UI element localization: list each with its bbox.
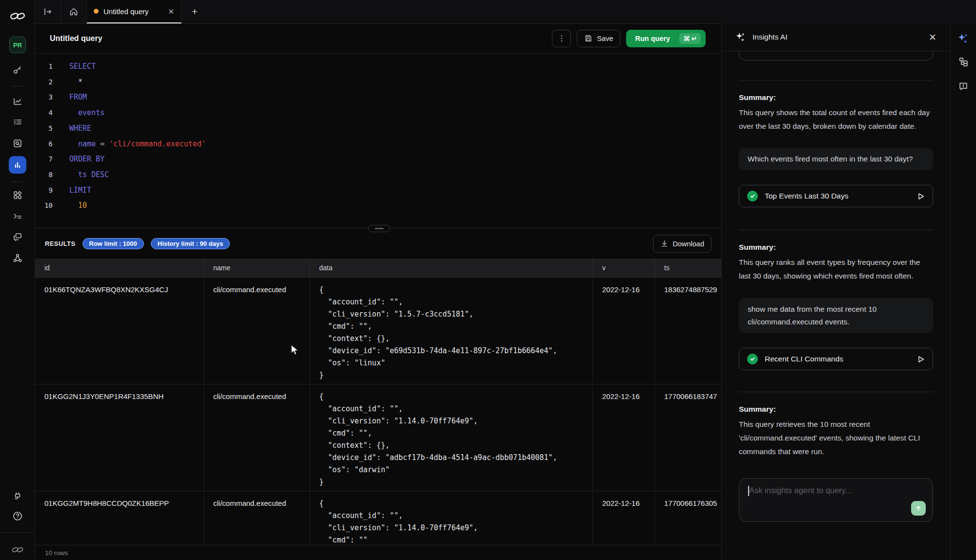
- more-options-button[interactable]: ⋮: [552, 30, 571, 47]
- line-number: 7: [35, 152, 53, 167]
- query-header: Untitled query ⋮ Save Run query ⌘ ↵: [35, 23, 721, 54]
- code-text: ORDER BY: [69, 152, 104, 167]
- left-sidebar: PR: [0, 0, 35, 560]
- column-header-id[interactable]: id: [35, 259, 204, 277]
- line-number: 10: [35, 198, 53, 214]
- code-token: [69, 108, 78, 117]
- insights-panel: Insights AI ✕ Summary: This query shows …: [721, 23, 950, 560]
- scrolled-card-partial: [739, 51, 933, 60]
- key-icon[interactable]: [13, 65, 22, 75]
- code-text: FROM: [69, 90, 87, 105]
- bar-chart-nav-active[interactable]: [9, 156, 26, 174]
- action-card-top-events[interactable]: Top Events Last 30 Days: [739, 185, 933, 207]
- run-query-button[interactable]: Run query ⌘ ↵: [626, 30, 706, 47]
- code-text: events: [69, 105, 104, 121]
- history-limit-badge[interactable]: History limit : 90 days: [151, 238, 230, 249]
- summary-text: This query retrieves the 10 most recent …: [739, 418, 933, 459]
- text-caret: [748, 486, 749, 496]
- table-body: 01K66TQNZA3WFBQ8XN2KXSG4CJcli/command.ex…: [35, 278, 721, 545]
- cell-data: { "account_id": "", "cli_version": "1.14…: [310, 384, 593, 491]
- line-number: 9: [35, 183, 53, 199]
- column-header-v[interactable]: v: [593, 259, 655, 277]
- table-row[interactable]: 01K66TQNZA3WFBQ8XN2KXSG4CJcli/command.ex…: [35, 278, 721, 384]
- ask-agent-input[interactable]: [739, 479, 933, 521]
- code-token: 10: [78, 201, 87, 210]
- line-number: 4: [35, 105, 53, 121]
- tab-bar: Untitled query ✕ +: [35, 0, 976, 24]
- editor-line: 5WHERE: [35, 121, 721, 137]
- column-header-ts[interactable]: ts: [655, 259, 721, 277]
- code-text: LIMIT: [69, 183, 91, 199]
- status-bar: 10 rows: [35, 545, 721, 560]
- table-row[interactable]: 01KGG2MT9H8H8CCDQ0ZK16BEPPcli/command.ex…: [35, 491, 721, 545]
- terminal-icon[interactable]: [13, 211, 22, 221]
- cell-data: { "account_id": "", "cli_version": "1.14…: [310, 491, 593, 545]
- apps-grid-icon[interactable]: [13, 190, 22, 200]
- avatar[interactable]: PR: [9, 37, 26, 53]
- workflow-nodes-icon[interactable]: [13, 253, 22, 263]
- insights-ai-rail-icon[interactable]: [957, 33, 969, 44]
- cell-v: 2022-12-16: [593, 491, 655, 545]
- editor-line: 10 10: [35, 198, 721, 214]
- arrow-up-icon: [915, 504, 922, 512]
- new-tab-button[interactable]: +: [182, 0, 208, 23]
- search-explore-icon[interactable]: [13, 139, 22, 148]
- code-token: ORDER BY: [69, 155, 104, 163]
- save-button[interactable]: Save: [577, 30, 620, 47]
- feedback-rail-icon[interactable]: [958, 81, 969, 92]
- sparkle-icon: [735, 32, 746, 42]
- toggle-sidebar-button[interactable]: [35, 0, 61, 23]
- section-divider: [739, 230, 933, 230]
- editor-line: 6 name = 'cli/command.executed': [35, 137, 721, 152]
- column-header-data[interactable]: data: [310, 259, 593, 277]
- cell-v: 2022-12-16: [593, 278, 655, 384]
- code-token: [69, 201, 78, 210]
- action-card-recent-cli[interactable]: Recent CLI Commands: [739, 348, 933, 370]
- sidebar-divider: [12, 181, 23, 182]
- download-button[interactable]: Download: [653, 235, 712, 253]
- summary-title: Summary:: [739, 93, 933, 102]
- table-row[interactable]: 01KGG2N1J3Y0ENP1R4F1335BNHcli/command.ex…: [35, 384, 721, 491]
- code-token: [69, 170, 78, 179]
- tab-untitled-query[interactable]: Untitled query ✕: [87, 0, 182, 23]
- editor-lines: 1SELECT2 *3FROM4 events5WHERE6 name = 'c…: [35, 59, 721, 214]
- code-text: SELECT: [69, 59, 96, 75]
- close-panel-icon[interactable]: ✕: [929, 33, 936, 42]
- sql-editor[interactable]: 1SELECT2 *3FROM4 events5WHERE6 name = 'c…: [35, 54, 721, 228]
- editor-line: 1SELECT: [35, 59, 721, 75]
- insights-header: Insights AI ✕: [722, 23, 950, 51]
- app-logo-icon[interactable]: [9, 11, 26, 21]
- schema-tree-rail-icon[interactable]: [958, 57, 969, 67]
- home-icon: [69, 7, 79, 17]
- help-icon[interactable]: [12, 511, 23, 521]
- plug-icon[interactable]: [13, 491, 22, 501]
- right-rail: [950, 23, 976, 560]
- user-message: show me data from the most recent 10 cli…: [739, 298, 933, 333]
- tab-close-icon[interactable]: ✕: [168, 8, 174, 15]
- code-token: [69, 78, 78, 86]
- cell-name: cli/command.executed: [204, 278, 310, 384]
- download-icon: [660, 240, 669, 248]
- code-text: 10: [69, 198, 87, 214]
- windows-icon[interactable]: [13, 232, 22, 242]
- play-icon[interactable]: [917, 192, 925, 200]
- play-icon[interactable]: [917, 355, 925, 363]
- code-token: events: [78, 108, 104, 117]
- send-button[interactable]: [911, 501, 926, 516]
- enter-key-icon: ↵: [691, 35, 697, 42]
- line-chart-icon[interactable]: [13, 97, 22, 106]
- event-stream-icon[interactable]: [13, 117, 22, 127]
- cell-ts: 1770066183747: [655, 384, 721, 491]
- bar-chart-icon: [13, 160, 22, 170]
- cell-name: cli/command.executed: [204, 491, 310, 545]
- row-limit-badge[interactable]: Row limit : 1000: [82, 238, 144, 249]
- cell-id: 01KGG2MT9H8H8CCDQ0ZK16BEPP: [35, 491, 204, 545]
- summary-text: This query shows the total count of even…: [739, 106, 933, 133]
- column-header-name[interactable]: name: [204, 259, 310, 277]
- code-token: ts DESC: [78, 170, 109, 179]
- editor-line: 3FROM: [35, 90, 721, 105]
- home-button[interactable]: [61, 0, 87, 23]
- code-token: 'cli/command.executed': [109, 140, 206, 148]
- save-label: Save: [597, 35, 613, 42]
- code-token: SELECT: [69, 62, 96, 71]
